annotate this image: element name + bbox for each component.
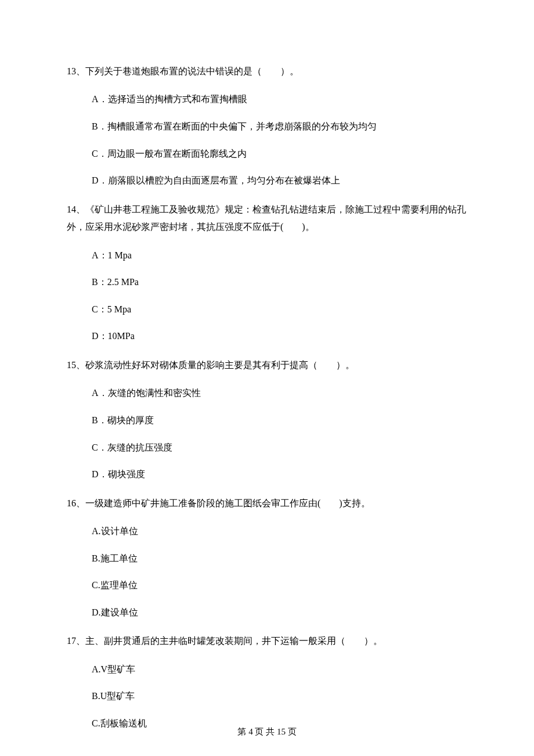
question-body: 砂浆流动性好坏对砌体质量的影响主要是其有利于提高（ ）。 — [85, 360, 355, 370]
option-b: B．砌块的厚度 — [92, 413, 467, 428]
page-footer: 第 4 页 共 15 页 — [0, 725, 534, 739]
options-list: A．灰缝的饱满性和密实性 B．砌块的厚度 C．灰缝的抗压强度 D．砌块强度 — [67, 386, 467, 481]
option-d: D．崩落眼以槽腔为自由面逐层布置，均匀分布在被爆岩体上 — [92, 173, 467, 188]
question-body: 下列关于巷道炮眼布置的说法中错误的是（ ）。 — [85, 66, 299, 76]
option-a: A．灰缝的饱满性和密实性 — [92, 386, 467, 401]
question-16: 16、一级建造师中矿井施工准备阶段的施工图纸会审工作应由( )支持。 A.设计单… — [67, 495, 467, 620]
option-a: A．选择适当的掏槽方式和布置掏槽眼 — [92, 92, 467, 107]
option-c: C.监理单位 — [92, 578, 467, 593]
question-15: 15、砂浆流动性好坏对砌体质量的影响主要是其有利于提高（ ）。 A．灰缝的饱满性… — [67, 357, 467, 482]
question-number: 16、 — [67, 498, 85, 508]
question-text: 16、一级建造师中矿井施工准备阶段的施工图纸会审工作应由( )支持。 — [67, 495, 467, 512]
options-list: A.设计单位 B.施工单位 C.监理单位 D.建设单位 — [67, 524, 467, 620]
option-b: B：2.5 MPa — [92, 275, 467, 290]
question-body: 《矿山井巷工程施工及验收规范》规定：检查钻孔钻进结束后，除施工过程中需要利用的钻… — [67, 204, 466, 232]
question-text: 17、主、副井贯通后的主井临时罐笼改装期间，井下运输一般采用（ ）。 — [67, 632, 467, 650]
options-list: A：1 Mpa B：2.5 MPa C：5 Mpa D：10MPa — [67, 248, 467, 344]
option-a: A.V型矿车 — [92, 662, 467, 677]
option-a: A：1 Mpa — [92, 248, 467, 263]
question-number: 14、 — [67, 204, 85, 214]
option-a: A.设计单位 — [92, 524, 467, 539]
question-text: 15、砂浆流动性好坏对砌体质量的影响主要是其有利于提高（ ）。 — [67, 357, 467, 374]
option-d: D．砌块强度 — [92, 467, 467, 482]
question-number: 13、 — [67, 66, 85, 76]
question-17: 17、主、副井贯通后的主井临时罐笼改装期间，井下运输一般采用（ ）。 A.V型矿… — [67, 632, 467, 730]
option-c: C：5 Mpa — [92, 302, 467, 317]
question-body: 主、副井贯通后的主井临时罐笼改装期间，井下运输一般采用（ ）。 — [85, 636, 383, 646]
option-d: D：10MPa — [92, 329, 467, 344]
question-text: 13、下列关于巷道炮眼布置的说法中错误的是（ ）。 — [67, 63, 467, 80]
option-b: B.施工单位 — [92, 551, 467, 566]
options-list: A.V型矿车 B.U型矿车 C.刮板输送机 — [67, 662, 467, 731]
options-list: A．选择适当的掏槽方式和布置掏槽眼 B．掏槽眼通常布置在断面的中央偏下，并考虑崩… — [67, 92, 467, 188]
question-13: 13、下列关于巷道炮眼布置的说法中错误的是（ ）。 A．选择适当的掏槽方式和布置… — [67, 63, 467, 188]
question-14: 14、《矿山井巷工程施工及验收规范》规定：检查钻孔钻进结束后，除施工过程中需要利… — [67, 201, 467, 344]
question-number: 15、 — [67, 360, 85, 370]
question-body: 一级建造师中矿井施工准备阶段的施工图纸会审工作应由( )支持。 — [85, 498, 370, 508]
question-text: 14、《矿山井巷工程施工及验收规范》规定：检查钻孔钻进结束后，除施工过程中需要利… — [67, 201, 467, 236]
option-b: B.U型矿车 — [92, 689, 467, 704]
option-b: B．掏槽眼通常布置在断面的中央偏下，并考虑崩落眼的分布较为均匀 — [92, 119, 467, 134]
option-c: C．灰缝的抗压强度 — [92, 440, 467, 455]
option-c: C．周边眼一般布置在断面轮廓线之内 — [92, 146, 467, 161]
option-d: D.建设单位 — [92, 605, 467, 620]
question-number: 17、 — [67, 636, 85, 646]
